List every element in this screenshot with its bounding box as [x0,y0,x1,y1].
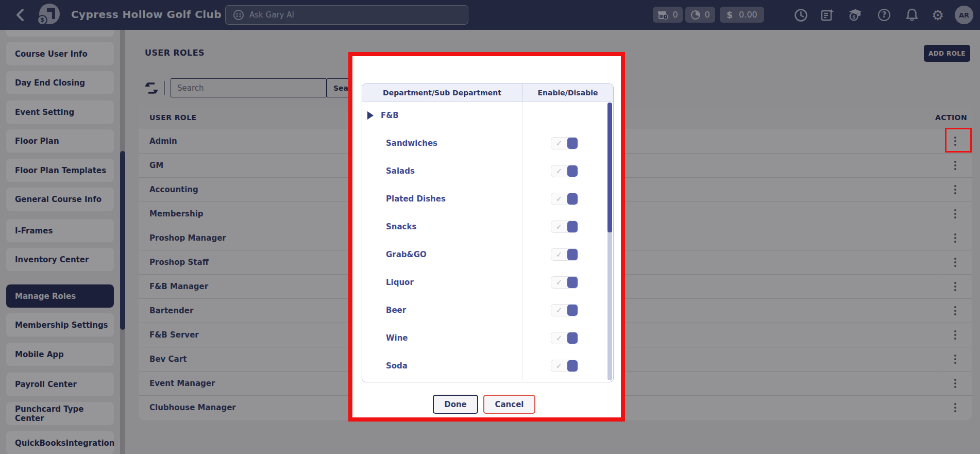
department-table: Department/Sub Department Enable/Disable… [362,83,614,382]
check-icon: ✓ [551,332,567,344]
department-row: Plated Dishes✓ [362,185,613,213]
department-row: Beer✓ [362,296,613,324]
check-icon: ✓ [551,221,567,232]
toggle-knob [567,138,578,149]
check-icon: ✓ [551,165,567,177]
department-name: Beer [386,306,406,315]
department-row: Liquor✓ [362,268,613,296]
check-icon: ✓ [551,138,567,149]
col-enable-disable: Enable/Disable [522,84,613,101]
enable-toggle[interactable]: ✓ [551,221,578,233]
department-row: F&B [362,102,613,129]
col-department: Department/Sub Department [362,84,522,101]
enable-toggle[interactable]: ✓ [551,248,578,261]
expand-arrow-icon[interactable] [367,111,374,120]
enable-toggle[interactable]: ✓ [551,165,578,177]
department-name: Wine [386,333,408,343]
check-icon: ✓ [551,277,567,288]
enable-toggle[interactable]: ✓ [551,304,578,316]
department-row: Salads✓ [362,157,613,185]
enable-toggle[interactable]: ✓ [551,137,578,149]
toggle-knob [567,193,578,205]
check-icon: ✓ [551,193,567,205]
department-name: Liquor [386,278,414,287]
department-permissions-modal: Department/Sub Department Enable/Disable… [348,52,625,422]
department-row: Wine✓ [362,324,613,352]
toggle-knob [567,221,578,232]
cancel-button[interactable]: Cancel [483,395,535,414]
toggle-knob [567,360,578,372]
check-icon: ✓ [551,249,567,260]
enable-toggle[interactable]: ✓ [551,332,578,344]
app-window: $ Cypress Hollow Golf Club Ask Gary AI 0… [0,0,980,454]
toggle-knob [567,305,578,316]
enable-toggle[interactable]: ✓ [551,193,578,205]
check-icon: ✓ [551,360,567,372]
department-name: Soda [386,361,408,371]
toggle-knob [567,332,578,344]
department-name: Plated Dishes [386,194,446,204]
toggle-knob [567,165,578,177]
department-table-header: Department/Sub Department Enable/Disable [362,84,613,102]
department-row: Sandwiches✓ [362,129,613,157]
toggle-knob [567,249,578,260]
department-name: F&B [381,111,399,120]
department-row: Snacks✓ [362,213,613,241]
department-name: Salads [386,166,415,176]
department-row: Grab&GO✓ [362,241,613,268]
department-name: Grab&GO [386,250,427,259]
department-row: Soda✓ [362,352,613,380]
toggle-knob [567,277,578,288]
modal-scrollbar-thumb[interactable] [607,103,612,232]
done-button[interactable]: Done [433,395,478,414]
enable-toggle[interactable]: ✓ [551,276,578,289]
check-icon: ✓ [551,305,567,316]
department-name: Snacks [386,222,416,231]
enable-toggle[interactable]: ✓ [551,360,578,372]
department-name: Sandwiches [386,139,437,148]
